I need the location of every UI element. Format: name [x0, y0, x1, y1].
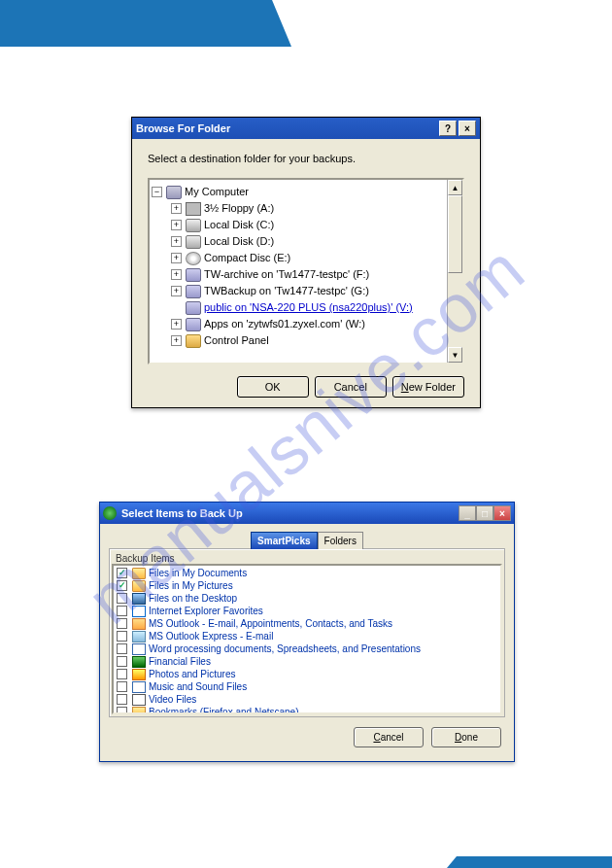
list-item[interactable]: ✓Files in My Documents	[115, 567, 499, 579]
expand-icon[interactable]: +	[171, 286, 182, 296]
expand-icon[interactable]: +	[171, 269, 182, 280]
checkbox[interactable]: ✓	[117, 580, 127, 591]
tree-item[interactable]: +Apps on 'zytwfs01.zyxel.com' (W:)	[152, 316, 460, 332]
ok-label: OK	[265, 381, 281, 393]
expand-icon[interactable]: +	[171, 203, 182, 214]
mnemonic: D	[455, 732, 461, 743]
checkbox[interactable]	[117, 631, 127, 642]
checkbox[interactable]	[117, 643, 127, 654]
new-folder-label-rest: ew Folder	[409, 381, 456, 393]
checkbox[interactable]	[117, 593, 127, 604]
list-item[interactable]: Photos and Pictures	[115, 668, 499, 680]
minimize-button[interactable]: _	[459, 505, 476, 521]
checkbox[interactable]	[117, 694, 127, 705]
ctrl-icon	[186, 334, 201, 348]
folder-tree[interactable]: − My Computer +3½ Floppy (A:)+Local Disk…	[148, 178, 464, 365]
close-icon: ×	[464, 123, 470, 134]
help-button[interactable]: ?	[439, 121, 457, 136]
titlebar[interactable]: Select Items to Back Up _ □ ×	[100, 503, 514, 524]
tree-root[interactable]: − My Computer	[152, 184, 460, 200]
close-button[interactable]: ×	[459, 121, 476, 136]
expand-icon[interactable]: +	[171, 253, 182, 263]
collapse-icon[interactable]: −	[152, 187, 162, 197]
dialog-body: SmartPicksFolders Backup Items ✓Files in…	[100, 524, 514, 761]
mnemonic: C	[373, 732, 380, 743]
tree-item-label: Compact Disc (E:)	[204, 250, 290, 266]
help-icon: ?	[445, 123, 451, 134]
desktop-icon	[132, 593, 146, 605]
tree-item[interactable]: +TW-archive on 'Tw1477-testpc' (F:)	[152, 266, 460, 283]
titlebar[interactable]: Browse For Folder ? ×	[132, 118, 480, 139]
list-item[interactable]: Music and Sound Files	[115, 680, 499, 693]
scrollbar[interactable]: ▲ ▼	[447, 180, 462, 363]
list-item[interactable]: Internet Explorer Favorites	[115, 605, 499, 617]
checkbox[interactable]	[117, 606, 127, 616]
tab-strip: SmartPicksFolders	[109, 532, 505, 549]
new-folder-button[interactable]: New Folder	[392, 376, 464, 398]
tree-item[interactable]: +Compact Disc (E:)	[152, 250, 460, 266]
expand-icon[interactable]: +	[171, 236, 182, 247]
backup-items-list[interactable]: ✓Files in My Documents✓Files in My Pictu…	[112, 564, 502, 714]
button-row: OK Cancel New Folder	[148, 376, 464, 398]
list-item[interactable]: Bookmarks (Firefox and Netscape)	[115, 706, 499, 714]
tab-folders[interactable]: Folders	[318, 532, 363, 549]
expand-icon[interactable]: +	[171, 220, 182, 230]
ok-button[interactable]: OK	[237, 376, 309, 398]
browse-for-folder-dialog: Browse For Folder ? × Select a destinati…	[131, 117, 481, 408]
maximize-button[interactable]: □	[476, 505, 493, 521]
tree-item-label: TWBackup on 'Tw1477-testpc' (G:)	[204, 283, 369, 299]
list-item[interactable]: Word processing documents, Spreadsheets,…	[115, 642, 499, 655]
cd-icon	[186, 252, 201, 265]
photo-icon	[132, 669, 146, 680]
expand-icon[interactable]: +	[171, 319, 182, 330]
oe-icon	[132, 631, 146, 642]
checkbox[interactable]	[117, 618, 127, 629]
scroll-down-icon[interactable]: ▼	[448, 347, 462, 363]
tree-item[interactable]: +3½ Floppy (A:)	[152, 200, 460, 217]
close-button[interactable]: ×	[493, 505, 511, 521]
tree-item[interactable]: +Local Disk (D:)	[152, 233, 460, 250]
checkbox[interactable]: ✓	[117, 568, 127, 578]
tree-item-label: 3½ Floppy (A:)	[204, 200, 274, 217]
list-item[interactable]: ✓Files in My Pictures	[115, 579, 499, 592]
scroll-thumb[interactable]	[448, 195, 462, 273]
ie-icon	[132, 606, 146, 617]
list-item[interactable]: Video Files	[115, 693, 499, 706]
tab-pane: Backup Items ✓Files in My Documents✓File…	[109, 548, 505, 717]
drive-icon	[186, 219, 201, 232]
dialog-title: Select Items to Back Up	[121, 507, 459, 519]
money-icon	[132, 656, 146, 668]
checkbox[interactable]	[117, 707, 127, 714]
net-icon	[186, 318, 201, 331]
list-item-label: Video Files	[149, 693, 196, 706]
computer-icon	[166, 186, 182, 199]
tree-item[interactable]: public on 'NSA-220 PLUS (nsa220plus)' (V…	[152, 299, 460, 316]
list-item-label: Internet Explorer Favorites	[149, 605, 263, 617]
tab-smartpicks[interactable]: SmartPicks	[251, 532, 317, 549]
done-button[interactable]: Done	[431, 727, 501, 747]
list-item-label: MS Outlook Express - E-mail	[149, 630, 273, 642]
tree-item-label: Local Disk (C:)	[204, 217, 274, 233]
net-icon	[186, 268, 201, 282]
cancel-button[interactable]: Cancel	[354, 727, 424, 747]
dialog-title: Browse For Folder	[136, 122, 437, 134]
list-item[interactable]: MS Outlook Express - E-mail	[115, 630, 499, 642]
maximize-icon: □	[482, 508, 488, 519]
close-icon: ×	[499, 508, 505, 519]
list-item[interactable]: Financial Files	[115, 655, 499, 668]
list-item[interactable]: MS Outlook - E-mail, Appointments, Conta…	[115, 617, 499, 630]
tree-item[interactable]: +TWBackup on 'Tw1477-testpc' (G:)	[152, 283, 460, 299]
cancel-button[interactable]: Cancel	[315, 376, 387, 398]
tree-item[interactable]: +Control Panel	[152, 332, 460, 349]
tree-item[interactable]: +Local Disk (C:)	[152, 217, 460, 233]
checkbox[interactable]	[117, 669, 127, 679]
list-item-label: MS Outlook - E-mail, Appointments, Conta…	[149, 617, 392, 630]
cancel-label: Cancel	[334, 381, 367, 393]
list-item[interactable]: Files on the Desktop	[115, 592, 499, 605]
instruction-text: Select a destination folder for your bac…	[148, 153, 464, 164]
expand-icon[interactable]: +	[171, 335, 182, 346]
checkbox[interactable]	[117, 681, 127, 692]
checkbox[interactable]	[117, 656, 127, 667]
scroll-up-icon[interactable]: ▲	[448, 180, 462, 195]
select-items-dialog: Select Items to Back Up _ □ × SmartPicks…	[99, 502, 515, 762]
